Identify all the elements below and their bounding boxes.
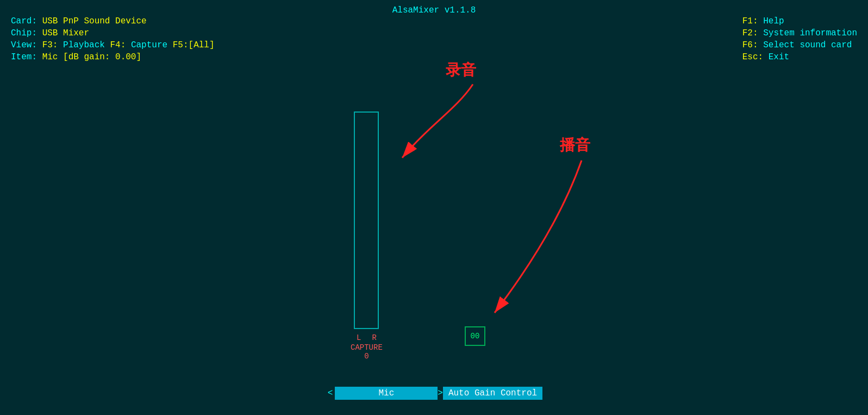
help-f2: F2: System information — [742, 27, 857, 39]
view-playback: Playback — [63, 40, 105, 50]
title-bar: AlsaMixer v1.1.8 — [0, 5, 868, 15]
view-f3-key: F3: — [42, 40, 58, 50]
card-value: USB PnP Sound Device — [42, 16, 147, 26]
capture-fader-track[interactable] — [354, 112, 379, 329]
item-info: Item: Mic [dB gain: 0.00] — [11, 51, 215, 63]
channel-l-label: L — [357, 333, 361, 342]
playback-channel: 00 — [465, 326, 485, 346]
help-panel: F1: Help F2: System information F6: Sele… — [742, 15, 857, 63]
capture-value: 0 — [364, 352, 369, 361]
annotation-boyin: 播音 — [560, 135, 590, 156]
capture-channel: L R CAPTURE 0 — [351, 112, 383, 361]
f6-key: F6: — [742, 40, 758, 50]
luyin-arrow — [402, 84, 473, 158]
chip-info: Chip: USB Mixer — [11, 27, 215, 39]
bottom-bar: < Mic > Auto Gain Control — [0, 387, 868, 400]
esc-desc: Exit — [769, 52, 789, 62]
esc-key: Esc: — [742, 52, 763, 62]
playback-box: 00 — [465, 326, 485, 346]
chip-value: USB Mixer — [42, 28, 89, 38]
playback-value: 00 — [471, 332, 480, 340]
bottom-agc-label[interactable]: Auto Gain Control — [443, 387, 542, 400]
help-esc: Esc: Exit — [742, 51, 857, 63]
info-panel: Card: USB PnP Sound Device Chip: USB Mix… — [11, 15, 215, 63]
f2-desc: System information — [763, 28, 857, 38]
capture-label: CAPTURE — [351, 343, 383, 352]
view-f4-key: F4: — [110, 40, 126, 50]
f1-key: F1: — [742, 16, 758, 26]
help-f6: F6: Select sound card — [742, 39, 857, 51]
f2-key: F2: — [742, 28, 758, 38]
f6-desc: Select sound card — [763, 40, 852, 50]
bottom-right-arrow: > — [438, 388, 443, 398]
bottom-mic-label[interactable]: Mic — [335, 387, 438, 400]
view-capture: Capture — [131, 40, 167, 50]
view-label: View: — [11, 40, 37, 50]
bottom-left-arrow: < — [326, 387, 335, 399]
help-f1: F1: Help — [742, 15, 857, 27]
boyin-arrow — [495, 160, 582, 313]
annotation-luyin: 录音 — [446, 60, 476, 80]
channel-r-label: R — [372, 333, 376, 342]
item-label: Item: — [11, 52, 37, 62]
chip-label: Chip: — [11, 28, 37, 38]
view-f5-key: F5:[All] — [173, 40, 215, 50]
item-value: Mic [dB gain: 0.00] — [42, 52, 141, 62]
channel-lr-labels: L R — [357, 333, 377, 342]
card-label: Card: — [11, 16, 37, 26]
view-info: View: F3: Playback F4: Capture F5:[All] — [11, 39, 215, 51]
card-info: Card: USB PnP Sound Device — [11, 15, 215, 27]
app-title: AlsaMixer v1.1.8 — [392, 5, 476, 15]
f1-desc: Help — [763, 16, 784, 26]
